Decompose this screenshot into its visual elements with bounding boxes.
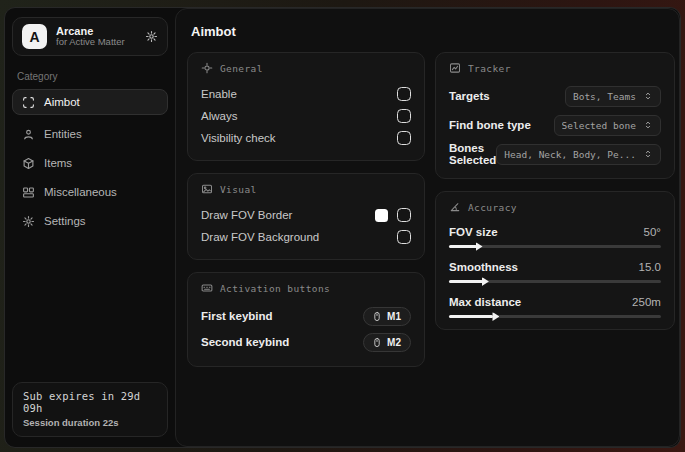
setting-row-first-keybind: First keybind M1	[201, 303, 411, 329]
dropdown-value: Bots, Teams	[573, 91, 636, 102]
general-card: General Enable Always Visibility check	[187, 52, 425, 161]
setting-label: Draw FOV Background	[201, 231, 319, 243]
fov-size-slider[interactable]	[449, 245, 661, 248]
setting-label: Always	[201, 110, 237, 122]
chart-icon	[449, 62, 461, 74]
setting-label: First keybind	[201, 310, 273, 322]
section-title: General	[220, 63, 263, 74]
unfold-icon	[643, 120, 653, 130]
layout-icon	[22, 186, 35, 199]
session-duration-text: Session duration 22s	[23, 417, 157, 428]
setting-label: Visibility check	[201, 132, 276, 144]
draw-fov-background-checkbox[interactable]	[397, 230, 411, 244]
person-icon	[22, 128, 35, 141]
draw-fov-border-checkbox[interactable]	[397, 208, 411, 222]
app-subtitle: for Active Matter	[56, 37, 125, 48]
visual-card: Visual Draw FOV Border Draw FOV Backgrou…	[187, 173, 425, 260]
mouse-icon	[372, 311, 382, 322]
accuracy-card: Accuracy FOV size 50° Smoothness	[435, 191, 675, 330]
sidebar-item-entities[interactable]: Entities	[12, 121, 168, 147]
first-keybind-button[interactable]: M1	[363, 307, 411, 326]
always-checkbox[interactable]	[397, 109, 411, 123]
smoothness-value: 15.0	[638, 261, 660, 273]
setting-label: Find bone type	[449, 119, 531, 131]
dropdown-value: Head, Neck, Body, Pe...	[504, 149, 636, 160]
max-distance-value: 250m	[632, 296, 661, 308]
setting-row-draw-fov-background: Draw FOV Background	[201, 226, 411, 248]
setting-row-bones-selected: Bones Selected Head, Neck, Body, Pe...	[449, 141, 661, 167]
enable-checkbox[interactable]	[397, 87, 411, 101]
sidebar-item-label: Aimbot	[44, 96, 80, 108]
setting-label: Max distance	[449, 296, 521, 308]
app-window: A Arcane for Active Matter Category Aimb…	[4, 7, 681, 448]
targets-dropdown[interactable]: Bots, Teams	[565, 86, 661, 107]
category-label: Category	[17, 71, 163, 82]
sidebar-item-label: Items	[44, 157, 72, 169]
gear-icon[interactable]	[145, 30, 158, 43]
setting-row-draw-fov-border: Draw FOV Border	[201, 204, 411, 226]
page-title: Aimbot	[191, 24, 671, 39]
setting-row-second-keybind: Second keybind M2	[201, 329, 411, 355]
setting-row-visibility-check: Visibility check	[201, 127, 411, 149]
slider-fill[interactable]	[449, 315, 493, 318]
smoothness-slider[interactable]	[449, 280, 661, 283]
subscription-status-card: Sub expires in 29d 09h Session duration …	[12, 382, 168, 437]
crosshair-icon	[201, 62, 213, 74]
second-keybind-button[interactable]: M2	[363, 333, 411, 352]
setting-label: Targets	[449, 90, 490, 102]
main-panel: Aimbot General Enable	[175, 8, 680, 447]
gear-icon	[22, 215, 35, 228]
setting-label: Enable	[201, 88, 237, 100]
angle-icon	[449, 201, 461, 213]
max-distance-slider[interactable]	[449, 315, 661, 318]
setting-label: FOV size	[449, 226, 498, 238]
cube-icon	[22, 157, 35, 170]
setting-label: Draw FOV Border	[201, 209, 292, 221]
setting-row-always: Always	[201, 105, 411, 127]
sidebar-item-items[interactable]: Items	[12, 150, 168, 176]
unfold-icon	[643, 91, 653, 101]
dropdown-value: Selected bone	[562, 120, 636, 131]
setting-row-find-bone-type: Find bone type Selected bone	[449, 112, 661, 138]
image-icon	[201, 183, 213, 195]
keybind-value: M2	[387, 337, 401, 348]
sidebar-item-aimbot[interactable]: Aimbot	[12, 89, 168, 115]
setting-row-smoothness: Smoothness 15.0	[449, 257, 661, 283]
section-title: Visual	[220, 184, 257, 195]
setting-row-targets: Targets Bots, Teams	[449, 83, 661, 109]
keybind-value: M1	[387, 311, 401, 322]
sidebar-item-label: Entities	[44, 128, 82, 140]
keyboard-icon	[201, 282, 213, 294]
tracker-card: Tracker Targets Bots, Teams Fi	[435, 52, 675, 179]
setting-label: Second keybind	[201, 336, 289, 348]
visibility-check-checkbox[interactable]	[397, 131, 411, 145]
bones-selected-dropdown[interactable]: Head, Neck, Body, Pe...	[496, 144, 661, 165]
sidebar: A Arcane for Active Matter Category Aimb…	[5, 8, 175, 447]
find-bone-type-dropdown[interactable]: Selected bone	[554, 115, 661, 136]
slider-fill[interactable]	[449, 280, 483, 283]
section-title: Tracker	[468, 63, 511, 74]
sidebar-item-label: Miscellaneous	[44, 186, 117, 198]
activation-buttons-card: Activation buttons First keybind M1	[187, 272, 425, 367]
setting-row-max-distance: Max distance 250m	[449, 292, 661, 318]
mouse-icon	[372, 337, 382, 348]
fov-border-color-swatch[interactable]	[375, 209, 388, 222]
sidebar-item-settings[interactable]: Settings	[12, 208, 168, 234]
sidebar-item-miscellaneous[interactable]: Miscellaneous	[12, 179, 168, 205]
brand-text: Arcane for Active Matter	[56, 25, 125, 49]
brand-card: A Arcane for Active Matter	[12, 17, 168, 56]
sidebar-item-label: Settings	[44, 215, 86, 227]
setting-row-fov-size: FOV size 50°	[449, 222, 661, 248]
setting-label: Bones Selected	[449, 142, 496, 166]
setting-row-enable: Enable	[201, 83, 411, 105]
sub-expires-text: Sub expires in 29d 09h	[23, 390, 157, 414]
setting-label: Smoothness	[449, 261, 518, 273]
app-logo: A	[22, 24, 47, 49]
scan-icon	[22, 96, 35, 109]
section-title: Accuracy	[468, 202, 517, 213]
fov-size-value: 50°	[643, 226, 660, 238]
section-title: Activation buttons	[220, 283, 330, 294]
slider-fill[interactable]	[449, 245, 477, 248]
unfold-icon	[643, 149, 653, 159]
